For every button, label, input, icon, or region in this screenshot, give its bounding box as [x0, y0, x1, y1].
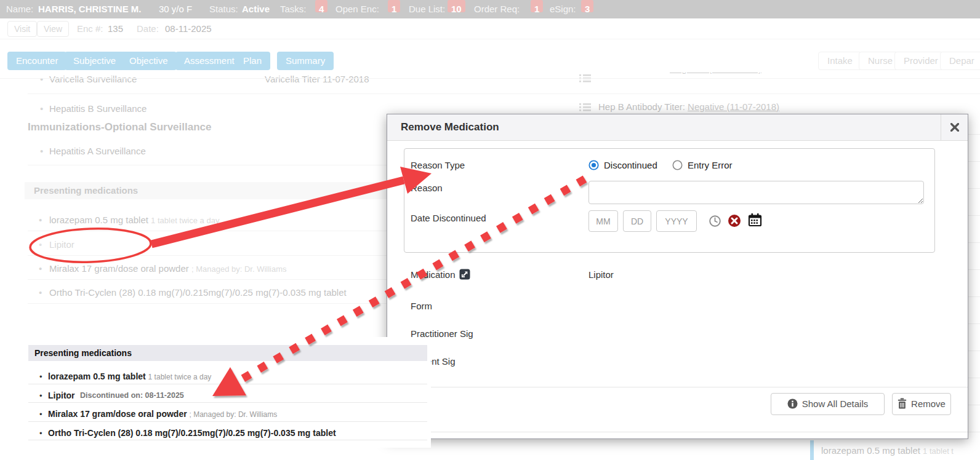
bullet: •	[39, 372, 42, 381]
date-discontinued-label: Date Discontinued	[411, 213, 486, 223]
close-icon	[950, 123, 959, 132]
reason-label: Reason	[411, 183, 443, 193]
discontinued-status: Discontinued on: 08-11-2025	[80, 391, 184, 400]
divider	[28, 384, 427, 384]
medication-value: Lipitor	[588, 269, 614, 280]
form-label: Form	[411, 301, 432, 311]
radio-selected-icon	[588, 160, 599, 170]
divider	[387, 432, 968, 432]
ehr-page: Negative (11-07-2018) • Varicella Survei…	[0, 0, 980, 460]
dialog-header: Remove Medication	[387, 114, 968, 141]
inset-med-row-lipitor: Lipitor	[48, 391, 75, 400]
date-dd-input[interactable]	[623, 210, 651, 232]
external-link-icon[interactable]	[459, 269, 470, 282]
trash-icon	[898, 398, 907, 409]
clear-date-icon[interactable]	[728, 214, 741, 230]
info-icon	[787, 399, 798, 409]
divider	[28, 402, 427, 403]
date-mm-input[interactable]	[588, 210, 618, 232]
show-all-details-button[interactable]: Show All Details	[771, 393, 885, 415]
bullet: •	[39, 429, 42, 438]
bullet: •	[39, 410, 42, 419]
bullet: •	[39, 391, 42, 400]
inset-med-row: lorazepam 0.5 mg tablet 1 tablet twice a…	[48, 371, 211, 381]
divider	[28, 421, 427, 422]
radio-entry-error[interactable]	[672, 160, 683, 173]
inset-med-row: Ortho Tri-Cyclen (28) 0.18 mg(7)/0.215mg…	[48, 428, 336, 438]
remove-button[interactable]: Remove	[892, 393, 951, 415]
divider	[28, 440, 427, 440]
remove-medication-dialog: Remove Medication Reason Type Discontinu…	[387, 114, 968, 439]
inset-med-row: Miralax 17 gram/dose oral powder ; Manag…	[48, 409, 277, 419]
close-button[interactable]	[941, 114, 968, 140]
dialog-title: Remove Medication	[401, 121, 499, 133]
radio-discontinued-label[interactable]: Discontinued	[604, 160, 657, 170]
inset-header: Presenting medications	[28, 345, 427, 361]
radio-unselected-icon	[672, 160, 683, 170]
presenting-medications-inset: Presenting medications • lorazepam 0.5 m…	[25, 337, 431, 448]
medication-label: Medication	[411, 269, 456, 280]
reason-type-label: Reason Type	[411, 160, 465, 170]
clock-icon[interactable]	[709, 215, 721, 230]
radio-entry-error-label[interactable]: Entry Error	[688, 160, 733, 170]
date-yyyy-input[interactable]	[656, 210, 697, 232]
footer-divider	[387, 387, 968, 387]
radio-discontinued[interactable]	[588, 160, 599, 173]
reason-input[interactable]	[588, 181, 924, 204]
calendar-icon[interactable]	[748, 213, 762, 229]
